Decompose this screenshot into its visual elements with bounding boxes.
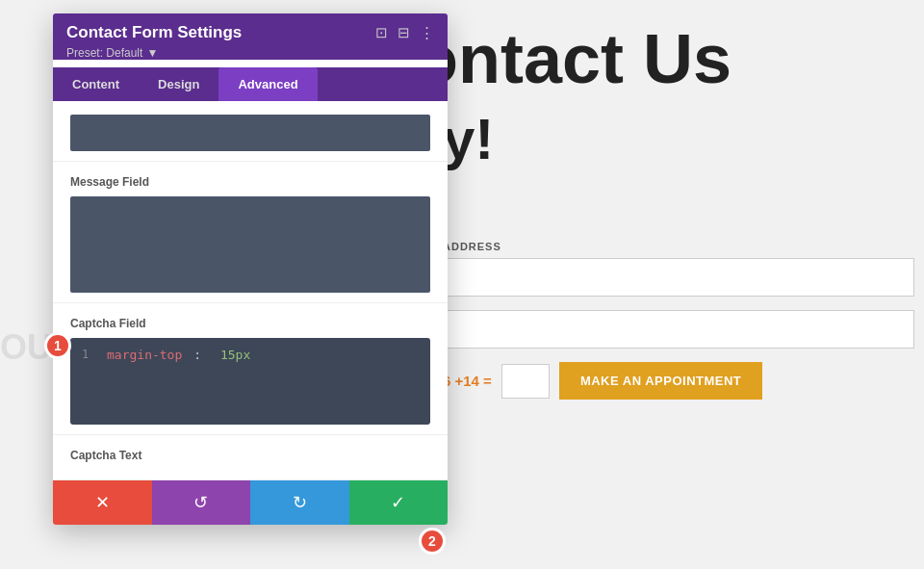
panel-header: Contact Form Settings ⊡ ⊟ ⋮ Preset: Defa… [53,13,448,60]
message-field-section: Message Field [53,162,448,303]
contact-form-settings-panel: Contact Form Settings ⊡ ⊟ ⋮ Preset: Defa… [53,13,448,525]
more-options-icon[interactable]: ⋮ [420,24,434,41]
message-field-label: Message Field [70,175,430,189]
panel-header-icons: ⊡ ⊟ ⋮ [375,24,434,41]
undo-button[interactable]: ↺ [152,480,251,525]
panel-body: Message Field Captcha Field 1 margin-top… [53,101,448,480]
tab-design[interactable]: Design [139,67,218,101]
address-label: ADDRESS [443,241,914,252]
code-value: 15px [220,348,250,362]
preset-label: Preset: Default [66,46,142,60]
split-icon[interactable]: ⊟ [398,24,410,41]
panel-tabs: Content Design Advanced [53,67,448,101]
tab-content[interactable]: Content [53,67,139,101]
top-field-section [53,101,448,162]
captcha-row: 6 +14 = MAKE AN APPOINTMENT [443,362,914,400]
captcha-equation: 6 +14 = [443,373,492,389]
badge-2: 2 [419,528,446,555]
captcha-field-code-editor[interactable]: 1 margin-top : 15px [70,338,430,425]
captcha-text-section: Captcha Text [53,435,448,480]
line-number: 1 [82,348,95,361]
top-field-input[interactable] [70,115,430,151]
captcha-text-label: Captcha Text [70,449,430,462]
save-button[interactable]: ✓ [349,480,449,525]
badge-1: 1 [44,332,71,359]
panel-toolbar: ✕ ↺ ↻ ✓ [53,480,448,525]
message-field-textarea[interactable] [70,196,430,293]
code-line-1: 1 margin-top : 15px [82,348,419,362]
panel-preset[interactable]: Preset: Default ▼ [66,46,434,60]
panel-header-top: Contact Form Settings ⊡ ⊟ ⋮ [66,23,434,42]
preset-arrow-icon: ▼ [146,46,158,60]
expand-icon[interactable]: ⊡ [375,24,388,41]
tab-advanced[interactable]: Advanced [218,67,317,101]
appointment-button[interactable]: MAKE AN APPOINTMENT [559,362,762,400]
captcha-field-section: Captcha Field 1 margin-top : 15px [53,303,448,435]
page-subtitle: y! [443,106,494,172]
second-input[interactable] [443,310,914,349]
cancel-button[interactable]: ✕ [53,480,152,525]
panel-title: Contact Form Settings [66,23,242,42]
captcha-answer-input[interactable] [501,364,550,399]
contact-form: ADDRESS 6 +14 = MAKE AN APPOINTMENT [443,241,914,413]
address-input[interactable] [443,258,914,297]
redo-button[interactable]: ↻ [250,480,349,525]
captcha-field-label: Captcha Field [70,317,430,330]
code-colon: : [193,348,209,362]
code-property: margin-top [107,348,182,362]
